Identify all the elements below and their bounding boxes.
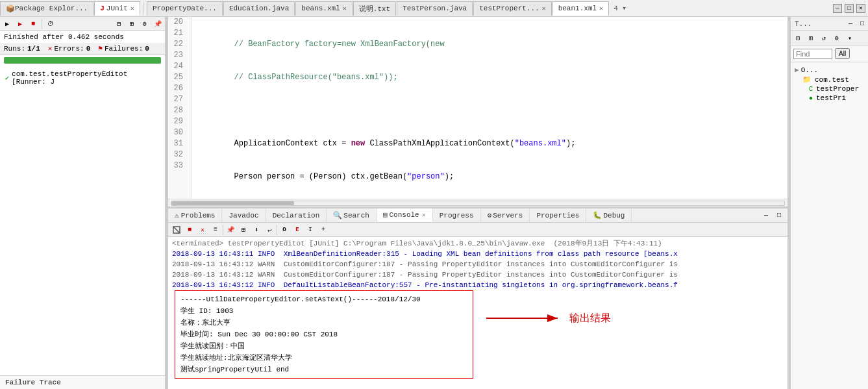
- code-text: // BeanFactory factory=new XmlBeanFactor…: [192, 17, 787, 199]
- tab-javadoc[interactable]: Javadoc: [222, 208, 266, 222]
- line-numbers: 20 21 22 23 24 25 26 27 28 29 30 31 32 3…: [168, 17, 192, 199]
- tab-test-person[interactable]: TestPerson.java: [397, 1, 473, 16]
- filter-right-button[interactable]: ⚙: [831, 32, 843, 44]
- scroll-lock-button[interactable]: 📌: [152, 18, 164, 30]
- tab-beans-xml[interactable]: beans.xml ✕: [295, 1, 352, 16]
- console-icon: ▤: [383, 210, 388, 219]
- progress-fill: [4, 57, 161, 64]
- history-button[interactable]: ⏱: [45, 18, 56, 30]
- right-tree-item-testprop[interactable]: C testProper: [793, 84, 865, 94]
- right-panel: T... — □ ⊟ ⊞ ↺ ⚙ ▾ All ▶ O... 📁 com.test: [790, 17, 868, 389]
- new-console-button[interactable]: +: [317, 224, 329, 236]
- maximize-button[interactable]: □: [845, 4, 854, 13]
- junit-tree[interactable]: ✔ com.test.testPropertyEditot [Runner: J: [0, 66, 165, 375]
- right-tab-t[interactable]: T...: [791, 19, 815, 29]
- refresh-button[interactable]: ↺: [818, 32, 830, 44]
- output-line-4: 毕业时间: Sun Dec 30 00:00:00 CST 2018: [180, 329, 467, 340]
- collapse-button[interactable]: ⊟: [113, 18, 125, 30]
- right-minimize-button[interactable]: —: [845, 18, 856, 30]
- servers-icon: ⚙: [488, 211, 492, 220]
- remove-console-button[interactable]: ✕: [197, 224, 208, 236]
- word-wrap-button[interactable]: ↵: [264, 224, 275, 236]
- find-all-button[interactable]: All: [835, 48, 850, 59]
- open-console-button[interactable]: ⊞: [238, 224, 249, 236]
- console-close[interactable]: ✕: [422, 211, 426, 219]
- rerun-failed-button[interactable]: ▶: [14, 18, 26, 30]
- tab-console[interactable]: ▤ Console ✕: [377, 208, 433, 222]
- left-panel: ▶ ▶ ■ ⏱ ⊟ ⊞ ⚙ 📌 Finished after 0.462 sec…: [0, 17, 166, 389]
- stop-button[interactable]: ■: [27, 18, 39, 30]
- console-toolbar: ■ ✕ ≡ 📌 ⊞ ⬇ ↵ O E I +: [168, 223, 787, 237]
- junit-results: Finished after 0.462 seconds Runs: 1/1 ✕…: [0, 31, 165, 389]
- console-action3[interactable]: ≡: [210, 224, 221, 236]
- junit-status-bar: Runs: 1/1 ✕ Errors: 0 ⚑ Failures: 0: [0, 43, 165, 55]
- clear-console-button[interactable]: [171, 224, 182, 236]
- minimize-panel-button[interactable]: —: [760, 210, 772, 221]
- show-system-out[interactable]: O: [279, 224, 290, 236]
- output-annotation: 输出结果: [486, 308, 611, 328]
- tab-junit[interactable]: J JUnit ✕: [94, 1, 140, 16]
- find-input[interactable]: [793, 49, 832, 59]
- failures-label: Failures:: [105, 45, 143, 53]
- close-icon[interactable]: ✕: [599, 5, 603, 12]
- close-icon[interactable]: ✕: [343, 5, 347, 12]
- close-icon[interactable]: ✕: [542, 5, 546, 12]
- pass-icon: ✔: [5, 74, 9, 82]
- console-log-2: 2018-09-13 16:43:12 WARN CustomEditorCon…: [172, 259, 784, 270]
- collapse-all-button[interactable]: ⊟: [792, 32, 804, 44]
- close-window-button[interactable]: ✕: [856, 4, 865, 13]
- tab-test-property[interactable]: testPropert... ✕: [473, 1, 551, 16]
- console-output-box: ------UtilDatePropertyEditor.setAsText()…: [175, 290, 473, 379]
- tab-education[interactable]: Education.java: [223, 1, 295, 16]
- code-scroll-area[interactable]: 20 21 22 23 24 25 26 27 28 29 30 31 32 3…: [168, 17, 787, 199]
- junit-icon: J: [100, 5, 105, 12]
- tab-search[interactable]: 🔍 Search: [327, 208, 377, 222]
- close-icon[interactable]: ✕: [130, 5, 134, 12]
- window-controls: — □ ✕: [830, 3, 868, 14]
- errors-label: Errors:: [54, 45, 84, 53]
- right-find-bar: All: [791, 45, 868, 62]
- runs-value: 1/1: [27, 45, 40, 53]
- output-line-6: 学生就读地址:北京海淀区清华大学: [180, 352, 467, 364]
- tab-debug[interactable]: 🐛 Debug: [586, 208, 632, 222]
- rerun-button[interactable]: ▶: [1, 18, 13, 30]
- view-menu-button[interactable]: ▾: [844, 32, 856, 44]
- filter-button[interactable]: ⚙: [139, 18, 151, 30]
- right-tree-item-testpri[interactable]: ● testPri: [793, 94, 865, 103]
- runs-label: Runs:: [4, 45, 25, 53]
- right-toolbar: ⊟ ⊞ ↺ ⚙ ▾: [791, 31, 868, 45]
- tab-property-date[interactable]: PropertyDate...: [147, 1, 223, 16]
- right-maximize-button[interactable]: □: [856, 18, 868, 30]
- expand-all-button[interactable]: ⊞: [805, 32, 817, 44]
- test-run-item[interactable]: ✔ com.test.testPropertyEditot [Runner: J: [3, 69, 162, 87]
- tab-servers[interactable]: ⚙ Servers: [481, 208, 530, 222]
- bottom-panel: ⚠ Problems Javadoc Declaration 🔍 Search …: [168, 207, 787, 389]
- runs-status: Runs: 1/1: [4, 45, 40, 53]
- tab-problems[interactable]: ⚠ Problems: [168, 208, 222, 222]
- failures-value: 0: [145, 45, 149, 53]
- minimize-button[interactable]: —: [833, 4, 842, 13]
- editor-tab-bar: 📦 Package Explor... J JUnit ✕ PropertyDa…: [0, 0, 868, 17]
- output-line-7: 测试springPropertyUtil end: [180, 364, 467, 375]
- tab-properties[interactable]: Properties: [530, 208, 586, 222]
- console-output[interactable]: <terminated> testPropertyEditot [JUnit] …: [168, 237, 787, 389]
- stop-console-button[interactable]: ■: [184, 224, 195, 236]
- show-stdin[interactable]: I: [304, 224, 316, 236]
- center-panel: 20 21 22 23 24 25 26 27 28 29 30 31 32 3…: [168, 17, 787, 389]
- tab-bean1[interactable]: bean1.xml ✕: [552, 1, 609, 16]
- tab-progress[interactable]: Progress: [433, 208, 481, 222]
- pin-button[interactable]: 📌: [225, 224, 236, 236]
- expand-button[interactable]: ⊞: [126, 18, 138, 30]
- right-tree: ▶ O... 📁 com.test C testProper ● testPri: [791, 62, 868, 389]
- tab-package-explorer[interactable]: 📦 Package Explor...: [0, 1, 93, 16]
- tab-readme[interactable]: 说明.txt: [353, 1, 396, 16]
- tab-declaration[interactable]: Declaration: [266, 208, 327, 222]
- scroll-end-button[interactable]: ⬇: [251, 224, 262, 236]
- tab-overflow[interactable]: 4 ▾: [610, 3, 630, 14]
- maximize-panel-button[interactable]: □: [773, 210, 785, 221]
- show-system-err[interactable]: E: [291, 224, 303, 236]
- annotation-label: 输出结果: [569, 313, 611, 323]
- right-tree-item-com[interactable]: 📁 com.test: [793, 75, 865, 84]
- main-layout: ▶ ▶ ■ ⏱ ⊟ ⊞ ⚙ 📌 Finished after 0.462 sec…: [0, 17, 868, 389]
- right-tree-item-o[interactable]: ▶ O...: [793, 65, 865, 75]
